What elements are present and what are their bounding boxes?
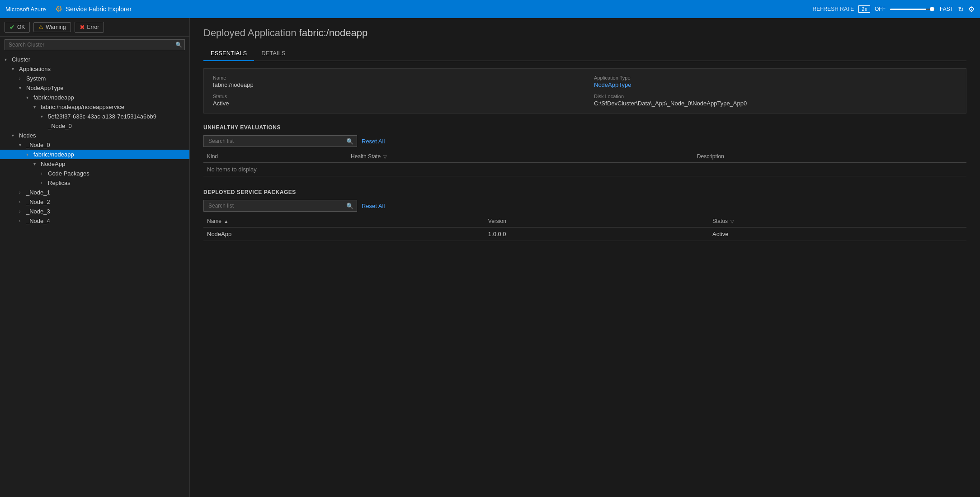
unhealthy-reset-all[interactable]: Reset All [362, 138, 385, 145]
tree-item-label: _Node_2 [26, 199, 50, 205]
sidebar-item-nodes[interactable]: ▾Nodes [0, 131, 189, 140]
brand-label: Microsoft Azure [5, 6, 46, 13]
unhealthy-search-icon: 🔍 [346, 138, 353, 145]
packages-search-icon: 🔍 [346, 203, 353, 209]
deployed-packages-section: DEPLOYED SERVICE PACKAGES 🔍 Reset All Na… [203, 189, 966, 241]
sidebar-item-cluster[interactable]: ▾Cluster [0, 55, 189, 64]
health-state-filter-icon[interactable]: ▽ [383, 154, 387, 159]
ok-button[interactable]: ✔ OK [5, 22, 30, 33]
disk-location-value: C:\SfDevCluster\Data\_App\_Node_0\NodeAp… [594, 100, 957, 107]
packages-table-header: Name ▲ Version Status ▽ [203, 215, 966, 227]
name-label: Name [213, 75, 576, 80]
sidebar-item-fabric-nodeapp[interactable]: ▾fabric:/nodeapp [0, 93, 189, 102]
tree-item-label: Applications [19, 66, 51, 72]
main-content: Deployed Application fabric:/nodeapp ESS… [190, 18, 980, 497]
status-filter-icon[interactable]: ▽ [730, 219, 734, 224]
tab-bar: ESSENTIALSDETAILS [203, 46, 966, 61]
sidebar-item-replicas[interactable]: ›Replicas [0, 178, 189, 188]
sidebar-item-applications[interactable]: ▾Applications [0, 64, 189, 74]
sidebar-item-node0-replica[interactable]: _Node_0 [0, 121, 189, 131]
sidebar-item-nodeapp-pkg[interactable]: ▾NodeApp [0, 159, 189, 169]
tree-item-label: _Node_3 [26, 208, 50, 215]
warning-label: Warning [46, 24, 66, 30]
chevron-icon: ▾ [5, 57, 11, 62]
unhealthy-table-header: Kind Health State ▽ Description [203, 151, 966, 163]
app-icon: ⚙ [55, 4, 62, 14]
tree-item-label: 5ef23f37-633c-43ac-a138-7e15314a6bb9 [48, 113, 156, 120]
tree-item-label: Cluster [12, 56, 30, 63]
topbar-right: REFRESH RATE 2s OFF FAST ↻ ⚙ [813, 5, 975, 14]
app-type-value[interactable]: NodeAppType [594, 81, 957, 88]
ok-icon: ✔ [9, 24, 15, 31]
chevron-icon: › [19, 190, 25, 195]
sidebar: ✔ OK ⚠ Warning ✖ Error 🔍 ▾Cluster▾Applic… [0, 18, 190, 497]
sidebar-toolbar: ✔ OK ⚠ Warning ✖ Error [0, 18, 189, 37]
reload-icon[interactable]: ↻ [958, 5, 964, 14]
sidebar-item-code-packages[interactable]: ›Code Packages [0, 169, 189, 178]
sidebar-item-nodeapptype[interactable]: ▾NodeAppType [0, 83, 189, 93]
unhealthy-no-items: No items to display. [203, 163, 966, 176]
search-cluster-icon: 🔍 [175, 42, 182, 48]
col-description: Description [693, 151, 966, 163]
unhealthy-search-wrap: 🔍 [203, 135, 357, 147]
app-type-label: Application Type [594, 75, 957, 80]
sidebar-item-node3[interactable]: ›_Node_3 [0, 207, 189, 216]
warning-icon: ⚠ [38, 24, 43, 30]
name-sort-icon[interactable]: ▲ [224, 219, 228, 224]
unhealthy-search-input[interactable] [203, 135, 357, 147]
search-cluster-container: 🔍 [0, 37, 189, 53]
no-items-text: No items to display. [203, 163, 966, 176]
sidebar-item-node2[interactable]: ›_Node_2 [0, 197, 189, 207]
search-cluster-input[interactable] [5, 39, 185, 50]
tab-essentials[interactable]: ESSENTIALS [203, 46, 254, 61]
sidebar-item-replica-id[interactable]: ▾5ef23f37-633c-43ac-a138-7e15314a6bb9 [0, 112, 189, 121]
topbar: Microsoft Azure ⚙ Service Fabric Explore… [0, 0, 980, 18]
table-row: NodeApp 1.0.0.0 Active [203, 227, 966, 241]
page-title-app: fabric:/nodeapp [299, 27, 368, 38]
tree-item-label: fabric:/nodeapp/nodeappservice [41, 104, 124, 110]
tree-item-label: Code Packages [48, 170, 90, 177]
status-field: Status Active [213, 94, 576, 107]
tree-item-label: fabric:/nodeapp [33, 94, 74, 101]
sidebar-item-system[interactable]: ›System [0, 74, 189, 83]
sidebar-item-node1[interactable]: ›_Node_1 [0, 188, 189, 197]
tree-view: ▾Cluster▾Applications›System▾NodeAppType… [0, 53, 189, 497]
chevron-icon: ▾ [19, 142, 25, 147]
disk-location-field: Disk Location C:\SfDevCluster\Data\_App\… [594, 94, 957, 107]
unhealthy-search-row: 🔍 Reset All [203, 135, 966, 147]
refresh-rate-value[interactable]: 2s [858, 5, 870, 13]
sidebar-item-node0[interactable]: ▾_Node_0 [0, 140, 189, 150]
chevron-icon: › [19, 76, 25, 81]
error-button[interactable]: ✖ Error [75, 22, 104, 33]
fast-label: FAST [940, 6, 953, 12]
name-field: Name fabric:/nodeapp [213, 75, 576, 88]
tab-details[interactable]: DETAILS [254, 46, 292, 61]
packages-reset-all[interactable]: Reset All [362, 203, 385, 209]
packages-search-input[interactable] [203, 200, 357, 212]
packages-table: Name ▲ Version Status ▽ NodeApp 1.0.0.0 … [203, 215, 966, 241]
unhealthy-table: Kind Health State ▽ Description No items… [203, 151, 966, 176]
sidebar-item-nodeappservice[interactable]: ▾fabric:/nodeapp/nodeappservice [0, 102, 189, 112]
tree-item-label: _Node_4 [26, 218, 50, 224]
sidebar-item-fabric-nodeapp-node[interactable]: ▾fabric:/nodeapp [0, 150, 189, 159]
off-label: OFF [875, 6, 886, 12]
app-name: ⚙ Service Fabric Explorer [55, 4, 132, 14]
tree-item-label: _Node_1 [26, 189, 50, 196]
unhealthy-evaluations-section: UNHEALTHY EVALUATIONS 🔍 Reset All Kind H… [203, 124, 966, 176]
chevron-icon: › [41, 171, 47, 176]
disk-location-label: Disk Location [594, 94, 957, 99]
deployed-packages-title: DEPLOYED SERVICE PACKAGES [203, 189, 966, 195]
warning-button[interactable]: ⚠ Warning [33, 22, 71, 32]
app-type-field: Application Type NodeAppType [594, 75, 957, 88]
tree-item-label: Replicas [48, 180, 71, 186]
chevron-icon: › [41, 180, 47, 185]
col-kind: Kind [203, 151, 347, 163]
col-health-state: Health State ▽ [347, 151, 693, 163]
pkg-name-cell[interactable]: NodeApp [203, 227, 485, 241]
error-label: Error [87, 24, 99, 30]
settings-icon[interactable]: ⚙ [968, 5, 975, 14]
pkg-status-cell: Active [709, 227, 966, 241]
refresh-slider[interactable] [890, 9, 935, 10]
sidebar-item-node4[interactable]: ›_Node_4 [0, 216, 189, 226]
pkg-version-cell: 1.0.0.0 [485, 227, 709, 241]
